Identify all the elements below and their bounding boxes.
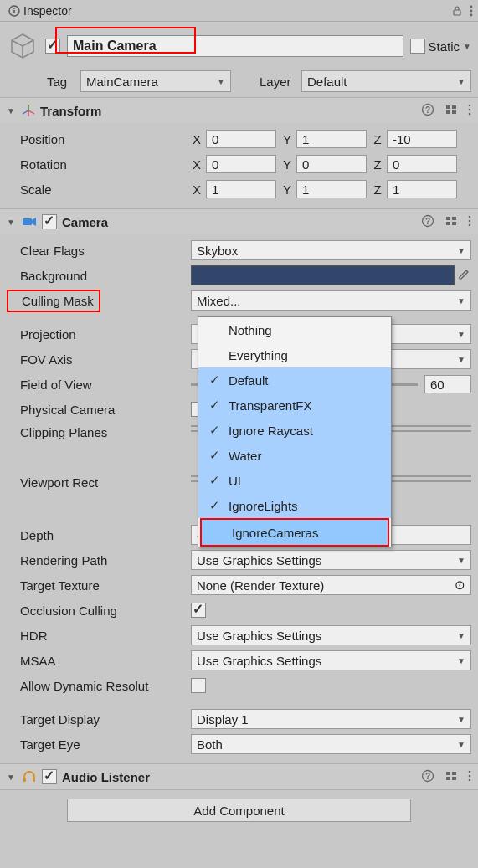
svg-text:?: ?: [425, 217, 430, 226]
camera-header[interactable]: ▼ Camera ?: [0, 209, 478, 234]
culling-option-ignorecameras[interactable]: IgnoreCameras: [202, 520, 388, 545]
target-display-dropdown[interactable]: Display 1▼: [191, 709, 471, 729]
foldout-icon[interactable]: ▼: [7, 218, 17, 227]
help-icon[interactable]: ?: [421, 103, 434, 119]
static-checkbox[interactable]: [410, 39, 425, 54]
tag-label: Tag: [47, 74, 75, 89]
svg-point-23: [469, 215, 471, 218]
headphones-icon: [22, 770, 37, 783]
culling-option-ignore-raycast[interactable]: ✓Ignore Raycast: [198, 418, 391, 443]
audio-listener-header[interactable]: ▼ Audio Listener ?: [0, 764, 478, 789]
highlight-ignore-cameras: IgnoreCameras: [200, 518, 389, 547]
rendering-path-dropdown[interactable]: Use Graphics Settings▼: [191, 550, 471, 570]
preset-icon[interactable]: [445, 214, 458, 230]
svg-point-34: [469, 770, 471, 773]
clear-flags-label: Clear Flags: [7, 244, 191, 258]
menu-icon[interactable]: [470, 5, 473, 17]
fov-value[interactable]: 60: [424, 375, 471, 393]
allow-dynamic-res-label: Allow Dynamic Resolut: [7, 679, 191, 693]
culling-option-transparentfx[interactable]: ✓TransparentFX: [198, 393, 391, 418]
svg-point-15: [469, 112, 471, 115]
check-icon: ✓: [203, 372, 225, 388]
svg-rect-10: [452, 105, 456, 109]
svg-rect-30: [446, 772, 450, 775]
background-label: Background: [7, 269, 191, 283]
occlusion-culling-label: Occlusion Culling: [7, 603, 191, 618]
scl-z[interactable]: 1: [387, 180, 457, 198]
svg-point-25: [469, 223, 471, 226]
svg-rect-3: [454, 10, 460, 15]
pos-y[interactable]: 1: [296, 130, 367, 148]
culling-option-ignorelights[interactable]: ✓IgnoreLights: [198, 493, 391, 518]
transform-title: Transform: [40, 104, 101, 118]
transform-header[interactable]: ▼ Transform ?: [0, 98, 478, 123]
culling-option-water[interactable]: ✓Water: [198, 443, 391, 468]
pos-z[interactable]: -10: [387, 130, 457, 148]
preset-icon[interactable]: [445, 103, 458, 119]
add-component-button[interactable]: Add Component: [67, 799, 411, 822]
physical-camera-label: Physical Camera: [7, 403, 191, 417]
culling-mask-dropdown[interactable]: Mixed...▼: [191, 290, 471, 311]
camera-icon: [22, 216, 37, 228]
scl-x[interactable]: 1: [206, 180, 276, 198]
svg-rect-21: [446, 222, 450, 225]
static-toggle[interactable]: Static ▼: [410, 39, 471, 54]
camera-enabled-checkbox[interactable]: [42, 214, 57, 229]
option-label: Default: [229, 373, 269, 388]
inspector-header: Inspector: [0, 0, 478, 22]
help-icon[interactable]: ?: [421, 769, 434, 785]
target-texture-field[interactable]: None (Render Texture)⊙: [191, 575, 471, 595]
chevron-down-icon[interactable]: ▼: [463, 42, 471, 51]
culling-mask-popup: NothingEverything✓Default✓TransparentFX✓…: [198, 316, 392, 547]
pos-x[interactable]: 0: [206, 130, 276, 148]
tag-dropdown[interactable]: MainCamera▼: [80, 70, 231, 92]
target-display-label: Target Display: [7, 712, 191, 727]
gameobject-block: Main Camera Static ▼ Tag MainCamera▼ Lay…: [0, 22, 478, 97]
culling-option-default[interactable]: ✓Default: [198, 367, 391, 393]
svg-rect-12: [452, 110, 456, 114]
layer-label: Layer: [260, 74, 296, 89]
scale-row: Scale X1 Y1 Z1: [7, 177, 471, 202]
preset-icon[interactable]: [445, 769, 458, 785]
rot-z[interactable]: 0: [387, 155, 457, 173]
target-eye-label: Target Eye: [7, 737, 191, 752]
rot-x[interactable]: 0: [206, 155, 276, 173]
option-label: TransparentFX: [229, 398, 312, 413]
svg-rect-20: [452, 217, 456, 220]
foldout-icon[interactable]: ▼: [7, 773, 17, 782]
svg-rect-27: [33, 778, 35, 782]
gameobject-name-input[interactable]: Main Camera: [67, 35, 403, 57]
allow-dynamic-res-checkbox[interactable]: [191, 678, 206, 693]
svg-rect-26: [23, 778, 26, 782]
target-eye-dropdown[interactable]: Both▼: [191, 734, 471, 754]
svg-rect-1: [13, 10, 15, 13]
help-icon[interactable]: ?: [421, 214, 434, 230]
svg-point-4: [470, 5, 473, 8]
svg-point-5: [470, 9, 473, 12]
check-icon: ✓: [203, 473, 225, 488]
menu-icon[interactable]: [468, 215, 471, 229]
occlusion-culling-checkbox[interactable]: [191, 603, 206, 618]
rot-y[interactable]: 0: [296, 155, 367, 173]
clear-flags-dropdown[interactable]: Skybox▼: [191, 240, 471, 260]
culling-option-everything[interactable]: Everything: [198, 342, 391, 367]
culling-option-ui[interactable]: ✓UI: [198, 468, 391, 493]
hdr-dropdown[interactable]: Use Graphics Settings▼: [191, 625, 471, 645]
lock-icon[interactable]: [451, 5, 463, 17]
msaa-dropdown[interactable]: Use Graphics Settings▼: [191, 650, 471, 670]
camera-title: Camera: [62, 215, 108, 229]
menu-icon[interactable]: [468, 770, 471, 784]
layer-dropdown[interactable]: Default▼: [301, 70, 471, 92]
scl-y[interactable]: 1: [296, 180, 367, 198]
eyedropper-icon[interactable]: [455, 270, 471, 281]
culling-option-nothing[interactable]: Nothing: [198, 317, 391, 342]
svg-rect-22: [452, 222, 456, 225]
transform-icon: [22, 104, 35, 117]
camera-section: ▼ Camera ? Clear Flags Skybox▼ Backgroun…: [0, 208, 478, 763]
background-color-field[interactable]: [191, 265, 455, 285]
object-picker-icon[interactable]: ⊙: [455, 578, 465, 593]
menu-icon[interactable]: [468, 104, 471, 118]
audio-listener-checkbox[interactable]: [42, 769, 57, 784]
gameobject-active-checkbox[interactable]: [45, 39, 60, 54]
foldout-icon[interactable]: ▼: [7, 106, 17, 116]
